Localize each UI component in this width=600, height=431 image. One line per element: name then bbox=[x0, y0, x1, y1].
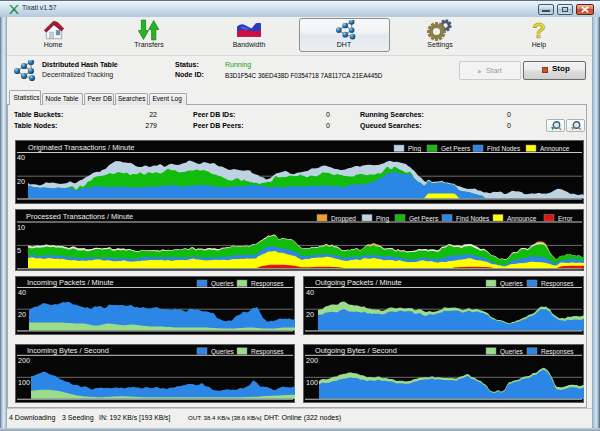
svg-text:Originated Transactions / Minu: Originated Transactions / Minute bbox=[28, 143, 134, 152]
svg-text:Find Nodes: Find Nodes bbox=[487, 145, 521, 152]
svg-text:Announce: Announce bbox=[540, 145, 570, 152]
svg-text:20: 20 bbox=[17, 177, 25, 186]
svg-text:Queries: Queries bbox=[500, 280, 524, 288]
svg-text:?: ? bbox=[532, 19, 545, 43]
svg-text:Responses: Responses bbox=[541, 280, 574, 288]
svg-text:Announce: Announce bbox=[507, 215, 537, 222]
svg-text:5: 5 bbox=[17, 246, 21, 255]
svg-text:Ping: Ping bbox=[408, 145, 421, 153]
svg-text:100: 100 bbox=[18, 378, 30, 387]
svg-text:20: 20 bbox=[306, 310, 314, 319]
svg-text:Get Peers: Get Peers bbox=[441, 145, 471, 152]
svg-text:Responses: Responses bbox=[251, 280, 284, 288]
svg-text:100: 100 bbox=[306, 378, 318, 387]
svg-text:Get Peers: Get Peers bbox=[409, 215, 439, 222]
svg-text:Responses: Responses bbox=[251, 348, 284, 356]
svg-text:40: 40 bbox=[18, 288, 26, 297]
svg-text:Incoming Packets / Minute: Incoming Packets / Minute bbox=[27, 278, 114, 287]
svg-text:40: 40 bbox=[17, 153, 25, 162]
svg-text:Outgoing Packets / Minute: Outgoing Packets / Minute bbox=[315, 278, 402, 287]
svg-text:Error: Error bbox=[558, 215, 573, 222]
svg-text:Responses: Responses bbox=[541, 348, 574, 356]
svg-text:40: 40 bbox=[306, 288, 314, 297]
svg-text:Queries: Queries bbox=[211, 348, 235, 356]
svg-text:Queries: Queries bbox=[211, 280, 235, 288]
svg-text:Dropped: Dropped bbox=[331, 215, 356, 223]
svg-text:Ping: Ping bbox=[376, 215, 389, 223]
svg-text:Find Nodes: Find Nodes bbox=[456, 215, 490, 222]
svg-text:Processed Transactions / Minut: Processed Transactions / Minute bbox=[26, 212, 133, 221]
svg-text:Queries: Queries bbox=[500, 348, 524, 356]
svg-text:Incoming Bytes / Second: Incoming Bytes / Second bbox=[27, 346, 109, 355]
svg-text:200: 200 bbox=[306, 356, 318, 365]
svg-text:10: 10 bbox=[17, 223, 25, 232]
svg-text:20: 20 bbox=[18, 310, 26, 319]
svg-text:Outgoing Bytes / Second: Outgoing Bytes / Second bbox=[315, 346, 397, 355]
svg-text:200: 200 bbox=[18, 356, 30, 365]
